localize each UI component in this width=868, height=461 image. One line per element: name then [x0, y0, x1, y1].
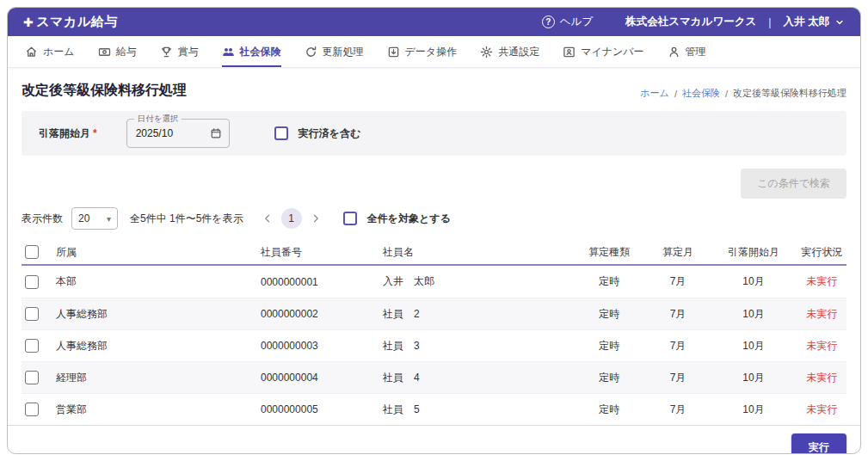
cell-employee-no: 0000000003: [261, 340, 383, 352]
nav-item-label: 管理: [686, 45, 706, 59]
row-checkbox[interactable]: [25, 403, 39, 416]
nav-item-common-settings[interactable]: 共通設定: [480, 36, 539, 67]
col-header-calc-type: 算定種類: [572, 245, 646, 260]
cell-withdrawal-start-month: 10月: [710, 403, 797, 417]
app-logo: ✚ スマカル給与: [23, 14, 118, 30]
app-window: ✚ スマカル給与 ? ヘルプ 株式会社スマカルワークス | 入井 太郎: [7, 7, 861, 454]
search-button[interactable]: この条件で検索: [741, 169, 846, 199]
admin-person-icon: [668, 46, 680, 58]
account-divider: |: [768, 16, 771, 28]
cell-execution-status: 未実行: [797, 403, 846, 417]
nav-item-my-number[interactable]: マイナンバー: [563, 36, 643, 67]
row-checkbox[interactable]: [25, 275, 39, 289]
nav-item-label: ホーム: [43, 45, 75, 59]
page-title: 改定後等級保険料移行処理: [22, 82, 187, 100]
cell-department: 営業部: [56, 403, 261, 417]
refresh-icon: [305, 46, 317, 58]
home-icon: [25, 46, 38, 58]
table-row: 人事総務部 0000000002 社員 2 定時 7月 10月 未実行: [22, 298, 846, 329]
main-content: 改定後等級保険料移行処理 ホーム / 社会保険 / 改定後等級保険料移行処理 引…: [8, 68, 860, 425]
nav-item-label: 社会保険: [240, 45, 281, 59]
cell-employee-name: 社員 2: [383, 307, 572, 322]
bonus-trophy-icon: [160, 46, 173, 58]
cell-department: 経理部: [56, 371, 261, 385]
cell-employee-name: 入井 太郎: [383, 274, 572, 289]
cell-withdrawal-start-month: 10月: [710, 307, 797, 322]
calendar-icon[interactable]: [210, 127, 222, 139]
select-all-target-checkbox[interactable]: [343, 212, 357, 225]
cell-calc-type: 定時: [572, 274, 646, 289]
result-range-text: 全5件中 1件〜5件を表示: [130, 212, 243, 226]
select-all-rows-checkbox[interactable]: [25, 245, 39, 259]
user-name: 入井 太郎: [784, 15, 829, 29]
cell-execution-status: 未実行: [797, 307, 846, 322]
row-checkbox[interactable]: [25, 339, 39, 353]
row-checkbox[interactable]: [25, 307, 39, 321]
nav-item-social-insurance[interactable]: 社会保険: [222, 36, 281, 67]
nav-item-bonus[interactable]: 賞与: [160, 36, 199, 67]
row-checkbox[interactable]: [25, 371, 39, 384]
cell-department: 本部: [56, 274, 261, 289]
top-app-bar: ✚ スマカル給与 ? ヘルプ 株式会社スマカルワークス | 入井 太郎: [8, 8, 860, 36]
per-page-select[interactable]: 20 ▾: [71, 207, 118, 230]
nav-item-label: マイナンバー: [581, 45, 643, 59]
cell-execution-status: 未実行: [797, 339, 846, 353]
user-menu[interactable]: 入井 太郎: [784, 15, 845, 29]
include-executed-label: 実行済を含む: [299, 126, 361, 141]
col-header-employee-name: 社員名: [383, 245, 572, 260]
cell-employee-name: 社員 5: [383, 403, 572, 417]
payroll-icon: [98, 46, 111, 58]
nav-item-label: データ操作: [405, 45, 458, 59]
chevron-down-icon: [834, 17, 845, 28]
nav-item-payroll[interactable]: 給与: [98, 36, 137, 67]
date-picker-input[interactable]: 日付を選択 2025/10: [126, 119, 230, 148]
nav-item-update-process[interactable]: 更新処理: [305, 36, 364, 67]
nav-item-label: 共通設定: [498, 45, 539, 59]
cell-employee-no: 0000000004: [261, 372, 383, 384]
cell-execution-status: 未実行: [797, 371, 846, 385]
nav-item-label: 給与: [116, 45, 137, 59]
table-row: 営業部 0000000005 社員 5 定時 7月 10月 未実行: [22, 393, 846, 425]
nav-item-home[interactable]: ホーム: [25, 36, 75, 67]
cell-withdrawal-start-month: 10月: [710, 371, 797, 385]
nav-item-label: 更新処理: [323, 45, 364, 59]
company-name: 株式会社スマカルワークス: [625, 15, 756, 29]
cell-employee-no: 0000000002: [261, 308, 383, 320]
main-nav: ホーム 給与 賞与 社会保険 更新処理: [8, 36, 860, 68]
cell-employee-name: 社員 3: [383, 339, 572, 353]
breadcrumb-separator: /: [725, 89, 728, 99]
col-header-execution-status: 実行状況: [797, 245, 846, 260]
per-page-label: 表示件数: [22, 212, 63, 226]
data-operations-download-icon: [387, 46, 400, 58]
execute-button[interactable]: 実行: [791, 433, 846, 454]
account-area: 株式会社スマカルワークス | 入井 太郎: [625, 15, 845, 29]
breadcrumb-section-link[interactable]: 社会保険: [682, 87, 720, 100]
date-input-value: 2025/10: [136, 127, 210, 139]
select-all-target-label: 全件を対象とする: [367, 212, 451, 226]
breadcrumb-separator: /: [674, 89, 677, 99]
cell-calc-type: 定時: [572, 307, 646, 322]
table-row: 本部 0000000001 入井 太郎 定時 7月 10月 未実行: [22, 266, 846, 298]
select-caret-icon: ▾: [107, 214, 111, 224]
cell-employee-no: 0000000001: [261, 276, 383, 288]
nav-item-admin[interactable]: 管理: [668, 36, 706, 67]
page-number-badge[interactable]: 1: [281, 208, 302, 229]
prev-page-icon[interactable]: [262, 213, 273, 224]
nav-item-data-operations[interactable]: データ操作: [387, 36, 458, 67]
cell-calc-month: 7月: [646, 307, 710, 322]
required-asterisk: *: [93, 127, 97, 139]
next-page-icon[interactable]: [311, 213, 321, 224]
my-number-card-icon: [563, 46, 576, 58]
results-table: 所属 社員番号 社員名 算定種類 算定月 引落開始月 実行状況 本部 00000…: [22, 240, 846, 425]
app-logo-text: スマカル給与: [36, 14, 117, 30]
cell-withdrawal-start-month: 10月: [710, 274, 797, 289]
breadcrumb-current: 改定後等級保険料移行処理: [733, 87, 846, 100]
include-executed-checkbox[interactable]: [274, 126, 288, 140]
help-button[interactable]: ? ヘルプ: [542, 15, 593, 29]
cell-calc-month: 7月: [646, 371, 710, 385]
list-toolbar: 表示件数 20 ▾ 全5件中 1件〜5件を表示 1 全件を対象とする: [22, 207, 846, 230]
cell-calc-type: 定時: [572, 403, 646, 417]
breadcrumb-home-link[interactable]: ホーム: [640, 87, 669, 100]
table-row: 経理部 0000000004 社員 4 定時 7月 10月 未実行: [22, 361, 846, 393]
date-input-floating-label: 日付を選択: [134, 114, 182, 125]
